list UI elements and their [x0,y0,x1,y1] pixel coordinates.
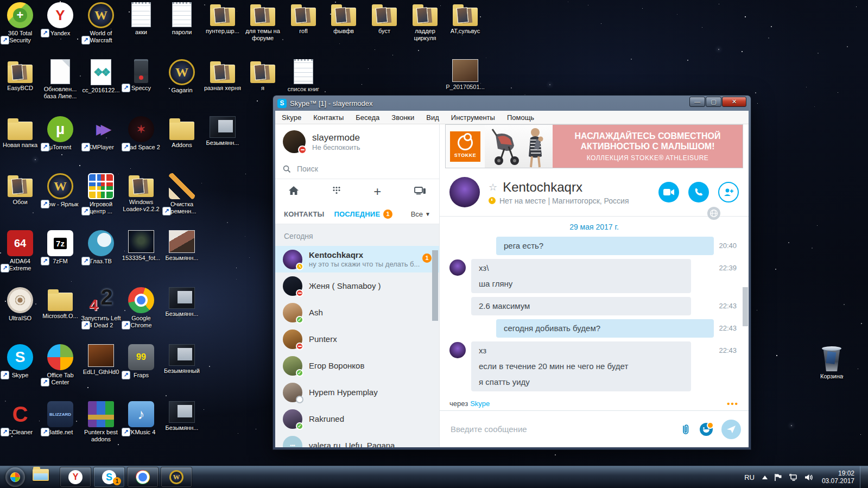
desktop-icon-vkmusic-4[interactable]: ♪↗VKMusic 4 [121,401,161,436]
send-button[interactable] [721,420,741,439]
desktop-icon-я[interactable]: я [243,59,283,92]
desktop-icon-wow-ярлык[interactable]: W↗Wow - Ярлык [40,173,80,208]
chat-scrollbar[interactable] [743,287,748,326]
desktop-icon-игровой-центр-[interactable]: ↗Игровой центр ... [81,173,121,215]
video-call-button[interactable] [658,182,679,202]
contact-row-punterx[interactable]: Punterx [275,326,439,352]
desktop-icon-фывфв[interactable]: фывфв [324,2,364,35]
desktop-icon-безымянн-[interactable]: Безымянн... [162,401,202,432]
add-icon[interactable]: + [373,186,381,197]
desktop-icon-gagarin[interactable]: WGagarin [162,59,202,94]
desktop-icon-easybcd[interactable]: EasyBCD [0,59,40,92]
contact-row-егор-воронков[interactable]: ✓Егор Воронков [275,352,439,379]
clock[interactable]: 19:02 03.07.2017 [822,470,854,485]
desktop-icon-пароли[interactable]: пароли [162,2,202,36]
desktop-icon-microsoft-o-[interactable]: Microsoft.O... [40,287,80,320]
desktop-icon-office-tab-center[interactable]: ↗Office Tab Center [40,344,80,386]
desktop-icon-буст[interactable]: буст [364,2,404,35]
tab-recent[interactable]: ПОСЛЕДНИЕ1 [334,210,392,219]
emoticon-button[interactable] [700,423,713,436]
contact-row-hypem-hypemplay[interactable]: Hypem Hypemplay [275,379,439,405]
hidden-icons-arrow[interactable] [762,476,768,479]
desktop-icon-безымянн-[interactable]: Безымянн... [202,116,243,147]
tab-contacts[interactable]: КОНТАКТЫ [284,210,324,218]
contact-row-женя-shamaboy-[interactable]: Женя ( Shamaboy ) [275,272,439,299]
ad-banner[interactable]: STOKKE [445,124,743,168]
action-center-flag-icon[interactable] [774,473,782,481]
desktop-icon-yandex[interactable]: Y↗Yandex [40,2,80,37]
via-skype-link[interactable]: Skype [470,400,490,408]
close-button[interactable]: ✕ [722,97,746,107]
show-desktop-button[interactable] [860,466,868,488]
wow-button[interactable]: W [161,467,192,487]
desktop-icon-fraps[interactable]: 99↗Fraps [121,344,161,379]
desktop-icon-edli-gthhd0[interactable]: EdLI_GthHd0 [81,344,121,376]
add-participant-button[interactable] [718,182,739,202]
contact-row-ash[interactable]: ✓Ash [275,299,439,326]
desktop-icon-глаз-тв[interactable]: ↗Глаз.ТВ [81,230,121,265]
desktop-icon-aida64-extreme[interactable]: 64↗AIDA64 Extreme [0,230,40,272]
more-options-icon[interactable]: ••• [727,399,739,408]
home-icon[interactable] [288,186,299,198]
desktop-icon-punterx-best-addons[interactable]: Punterx best addons [81,401,121,443]
desktop-icon-запустить-left-4-dead-2[interactable]: 24↗Запустить Left 4 Dead 2 [81,287,121,329]
maximize-button[interactable]: ▢ [706,97,721,107]
contact-row-valera-ru-uefu-pagana[interactable]: •••valera ru. Uefu. Pagana [275,432,439,447]
desktop-icon-google-chrome[interactable]: ↗Google Chrome [121,287,161,329]
desktop-icon-список-книг[interactable]: список книг [283,59,324,93]
volume-icon[interactable] [804,473,813,481]
desktop-icon-1533354-fot-[interactable]: 1533354_fot... [121,230,161,262]
language-indicator[interactable]: RU [744,473,755,481]
desktop-icon--torrent[interactable]: µ↗μTorrent [40,116,80,151]
filter-dropdown[interactable]: Все▼ [411,210,430,218]
globe-icon[interactable] [707,207,720,220]
menu-вид[interactable]: Вид [426,113,439,122]
desktop-icon-rofl[interactable]: rofl [283,2,324,35]
desktop-icon-пунтер-шр-[interactable]: пунтер,шр... [202,2,243,35]
search-bar[interactable] [275,159,439,179]
desktop-icon-dead-space-2[interactable]: ✶↗Dead Space 2 [121,116,161,151]
chrome-button[interactable] [127,467,159,487]
my-profile[interactable]: slayermode Не беспокоить [275,124,439,159]
desktop-icon-p-20170501-[interactable]: P_20170501... [445,59,485,91]
contact-list-scrollbar[interactable] [432,250,438,321]
desktop-icon-ат-сульвус[interactable]: АТ,сульвус [445,2,485,35]
desktop-icon-skype[interactable]: S↗Skype [0,344,40,379]
desktop-icon-kmplayer[interactable]: ▶▶↗KMPlayer [81,116,121,151]
attach-file-button[interactable] [680,423,691,435]
skype-titlebar[interactable]: S Skype™ [1] - slayermodex — ▢ ✕ [273,96,751,111]
desktop-icon-разная-херня[interactable]: разная херня [202,59,243,92]
desktop-icon-ладдер-циркуля[interactable]: ладдер циркуля [405,2,445,42]
menu-помощь[interactable]: Помощь [507,113,534,122]
menu-беседа[interactable]: Беседа [356,113,379,122]
desktop-icon-безымянн-[interactable]: Безымянн... [162,230,202,262]
explorer-button[interactable] [33,469,51,485]
search-input[interactable] [296,164,407,174]
desktop-icon-ccleaner[interactable]: C↗CCleaner [0,401,40,436]
desktop-icon-cc-2016122-[interactable]: ❖❖cc_2016122... [81,59,121,94]
desktop-icon-обновлен-база-липе-[interactable]: Обновлен... база Липе... [40,59,80,100]
desktop-icon-speccy[interactable]: ↗Speccy [121,59,161,92]
desktop-icon-обои[interactable]: Обои [0,173,40,206]
desktop-icon-акки[interactable]: акки [121,2,161,36]
start-button[interactable] [5,467,25,487]
desktop-icon-безымянный[interactable]: Безымянный [162,344,202,375]
yandex-button[interactable]: Y [60,467,91,487]
favorite-star-icon[interactable]: ☆ [489,181,497,193]
desktop-icon-очистка-временн-[interactable]: ↗Очистка временн... [162,173,202,215]
menu-контакты[interactable]: Контакты [313,113,344,122]
call-phones-icon[interactable] [414,186,426,198]
desktop-icon-windows-loader-v2-2-2[interactable]: Windows Loader v2.2.2 [121,173,161,213]
menu-skype[interactable]: Skype [282,113,301,122]
message-input[interactable] [449,424,671,434]
skype-button[interactable]: S1 [93,467,125,487]
desktop-icon-ultraiso[interactable]: UltraISO [0,287,40,322]
voice-call-button[interactable] [688,182,709,202]
network-icon[interactable] [789,473,798,481]
desktop-icon-addons[interactable]: Addons [162,116,202,149]
desktop-icon-360-total-security[interactable]: +↗360 Total Security [0,2,40,44]
desktop-icon-world-of-warcraft[interactable]: W↗World of Warcraft [81,2,121,44]
dialpad-icon[interactable] [332,186,341,197]
desktop-icon-новая-папка[interactable]: Новая папка [0,116,40,149]
menu-звонки[interactable]: Звонки [391,113,414,122]
